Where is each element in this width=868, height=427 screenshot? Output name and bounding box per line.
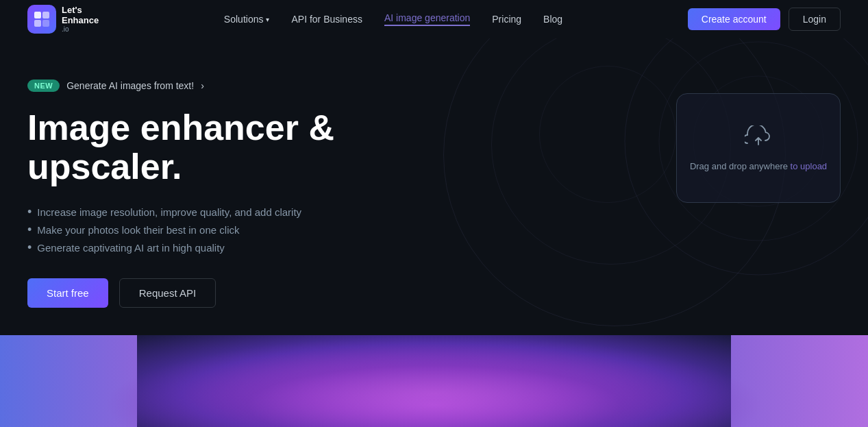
chevron-right-icon: › [201,80,204,91]
svg-rect-0 [34,12,41,19]
nav-links: Solutions API for Business AI image gene… [224,12,562,26]
bullet-1: Increase image resolution, improve quali… [27,206,438,218]
svg-rect-3 [42,20,49,27]
hero-title: Image enhancer & upscaler. [27,108,438,186]
svg-rect-2 [34,20,41,27]
hero-bullets: Increase image resolution, improve quali… [27,206,438,254]
hero-buttons: Start free Request API [27,278,438,308]
new-badge-row: NEW Generate AI images from text! › [27,80,438,92]
upload-area: Drag and drop anywhere to upload [676,93,841,203]
upload-link[interactable]: to upload [791,161,828,171]
navbar: Let's Enhance .io Solutions API for Busi… [0,0,868,38]
request-api-button[interactable]: Request API [119,278,216,308]
nav-api-business[interactable]: API for Business [291,14,362,25]
glow-circle [539,66,676,203]
logo-icon [27,5,56,34]
nav-ai-image-gen[interactable]: AI image generation [384,12,470,26]
hero-section: NEW Generate AI images from text! › Imag… [0,38,868,335]
upload-cloud-icon [745,125,772,153]
hero-content: NEW Generate AI images from text! › Imag… [27,80,438,308]
nav-solutions[interactable]: Solutions [224,14,270,25]
upload-text: Drag and drop anywhere to upload [690,161,827,171]
bullet-2: Make your photos look their best in one … [27,223,438,236]
login-button[interactable]: Login [789,8,841,31]
bullet-3: Generate captivating AI art in high qual… [27,241,438,254]
nav-actions: Create account Login [688,8,841,31]
bottom-section [0,335,868,427]
start-free-button[interactable]: Start free [27,278,108,308]
logo-text: Let's Enhance .io [62,5,99,33]
upload-dropzone[interactable]: Drag and drop anywhere to upload [676,93,841,203]
nav-pricing[interactable]: Pricing [492,14,521,25]
new-badge-text: Generate AI images from text! [66,80,194,91]
svg-rect-1 [42,12,49,19]
create-account-button[interactable]: Create account [688,8,780,30]
bottom-overlay [103,335,765,427]
logo[interactable]: Let's Enhance .io [27,5,99,34]
new-badge: NEW [27,80,60,92]
nav-blog[interactable]: Blog [543,14,562,25]
